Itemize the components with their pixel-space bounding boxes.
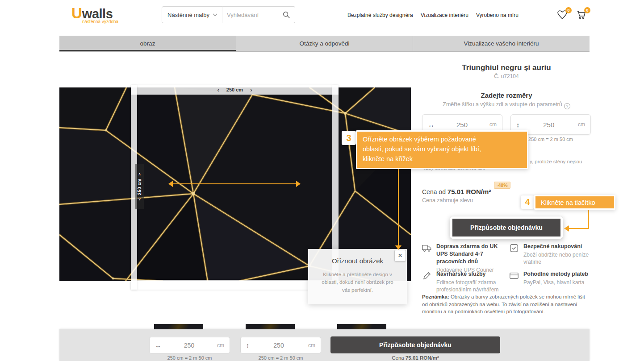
customize-order-button[interactable]: Přizpůsobte objednávku [450, 216, 563, 239]
crop-height-control[interactable]: ∧ 250 cm ∨ [135, 164, 144, 209]
crop-close-button[interactable]: × [394, 250, 406, 261]
pencil-icon [422, 271, 432, 281]
tab-questions-answers[interactable]: Otázky a odpovědi [236, 36, 413, 51]
bottom-price-line: Cena 75.01 RON/m² [330, 355, 500, 361]
crop-height-label: 250 cm [137, 178, 142, 195]
crop-tooltip-text: Klikněte a přetáhněte design v oblasti, … [308, 271, 407, 294]
crop-height-down-icon[interactable]: ∨ [138, 197, 141, 201]
bottom-price-value: 75.01 RON/m² [406, 355, 439, 361]
size-heading: Zadejte rozměry [422, 91, 591, 99]
nav-link-designer-services[interactable]: Bezplatné služby designéra [347, 12, 413, 18]
width-arrow-icon: ↔ [155, 342, 161, 349]
wishlist-count-badge: 0 [565, 7, 572, 13]
step-4-arrow-vline [588, 210, 589, 229]
feature-title: Bezpečné nakupování [523, 243, 590, 250]
bottom-height-field[interactable]: ↕ cm [240, 337, 321, 353]
cart-button[interactable]: 0 [576, 9, 587, 21]
related-thumbnail[interactable] [246, 324, 295, 329]
category-dropdown[interactable]: Nástěnné malby [162, 6, 222, 23]
chevron-down-icon [213, 13, 217, 17]
step-4-arrowhead [564, 225, 569, 232]
width-arrow-icon: ↔ [428, 121, 435, 129]
feature-free-shipping: Doprava zdarma do UK UPS Standard 4-7 pr… [422, 243, 504, 274]
brand-logo[interactable]: Uwalls nástěnná výzdoba [71, 5, 118, 24]
crop-width-control: ‹ 250 cm › [217, 87, 252, 93]
step-4-number: 4 [521, 195, 534, 209]
step-3-instruction: Ořízněte obrázek výběrem požadované obla… [356, 130, 528, 169]
feature-subtitle: Editace fotografií zdarma profesionálním… [436, 279, 508, 293]
tab-interior-visualization[interactable]: Vizualizace vašeho interiéru [413, 36, 590, 51]
page: Uwalls nástěnná výzdoba Nástěnné malby B… [0, 0, 644, 361]
product-sku: Č. u72104 [422, 73, 591, 79]
feature-payment-methods: Pohodlné metody plateb PayPal, Visa, hla… [509, 270, 597, 286]
feature-title: Pohodlné metody plateb [523, 270, 597, 278]
price-note: Cena zahrnuje slevu [422, 197, 473, 203]
crop-height-up-icon[interactable]: ∧ [138, 172, 141, 176]
height-input[interactable] [520, 121, 578, 129]
related-thumbnail[interactable] [337, 324, 386, 329]
crop-frame-bottom-handle[interactable] [131, 280, 339, 290]
check-shield-icon [509, 243, 519, 253]
height-unit: cm [578, 121, 585, 128]
width-unit: cm [217, 342, 224, 349]
wall-note-line1: y, protože stěny nejsou [530, 159, 582, 164]
tab-bar: obraz Otázky a odpovědi Vizualizace vaše… [59, 36, 590, 52]
crop-frame-top-handle[interactable]: ‹ 250 cm › [131, 85, 339, 95]
search-input[interactable] [227, 12, 282, 18]
truck-icon [422, 243, 432, 253]
bottom-width-field[interactable]: ↔ cm [149, 337, 230, 353]
wallet-icon [509, 271, 519, 281]
wishlist-button[interactable]: 0 [557, 9, 569, 21]
discount-badge: -40% [494, 182, 510, 189]
price-line: Cena od 75.01 RON/m² [422, 188, 491, 195]
step-3-arrowhead [395, 245, 401, 250]
category-dropdown-label: Nástěnné malby [167, 12, 209, 18]
step-4-arrow-hline [569, 228, 589, 229]
height-unit: cm [308, 342, 315, 349]
size-hint: Změřte šířku a výšku zdi a vstupte do pa… [422, 101, 591, 109]
tab-image[interactable]: obraz [59, 36, 236, 51]
feature-design-services: Návrhářské služby Editace fotografií zda… [422, 270, 508, 293]
help-icon[interactable]: ? [564, 103, 570, 109]
bottom-width-input[interactable] [161, 342, 217, 349]
step-4-instruction: Klikněte na tlačítko [534, 195, 615, 210]
brand-tagline: nástěnná výzdoba [82, 19, 118, 24]
sticky-order-bar: ↔ cm ↕ cm 250 cm = 2 m 50 cm 250 cm = 2 … [59, 329, 590, 361]
nav-link-made-to-measure[interactable]: Vyrobeno na míru [476, 12, 519, 18]
search-icon[interactable] [282, 11, 290, 19]
bottom-height-input[interactable] [249, 342, 308, 349]
crop-width-decrease-icon[interactable]: ‹ [217, 87, 219, 93]
main-nav: Bezplatné služby designéra Vizualizace i… [347, 12, 519, 18]
crop-tooltip: Oříznout obrázek Klikněte a přetáhněte d… [308, 249, 407, 304]
bottom-customize-order-button[interactable]: Přizpůsobte objednávku [330, 336, 500, 353]
width-measure-arrow [168, 181, 301, 187]
height-arrow-icon: ↕ [246, 342, 249, 349]
crop-width-label: 250 cm [226, 87, 243, 92]
width-input[interactable] [435, 121, 489, 129]
feature-title: Návrhářské služby [436, 270, 508, 278]
feature-subtitle: Zboží obdržíte nebo peníze vrátíme [523, 251, 590, 266]
brand-logo-u: U [71, 5, 82, 21]
crop-tooltip-title: Oříznout obrázek [308, 257, 407, 265]
feature-secure-shopping: Bezpečné nakupování Zboží obdržíte nebo … [509, 243, 590, 266]
step-3-number: 3 [342, 131, 356, 145]
crop-width-increase-icon[interactable]: › [250, 87, 252, 93]
price-value: 75.01 RON/m² [447, 188, 491, 195]
product-note: Poznámka: Obrázky a barvy zobrazených po… [422, 293, 591, 315]
width-unit: cm [489, 121, 497, 128]
product-title: Triunghiul negru și auriu [422, 63, 591, 72]
note-label: Poznámka: [422, 294, 449, 299]
search-box[interactable] [222, 6, 295, 23]
feature-subtitle: PayPal, Visa, hlavní karta [523, 279, 597, 286]
cart-count-badge: 0 [584, 7, 590, 13]
nav-link-interior-visualization[interactable]: Vizualizace interiéru [421, 12, 468, 18]
height-arrow-icon: ↕ [516, 121, 520, 129]
feature-title: Doprava zdarma do UK UPS Standard 4-7 pr… [436, 243, 504, 266]
bottom-width-conversion: 250 cm = 2 m 50 cm [149, 355, 230, 361]
close-icon: × [398, 251, 402, 260]
bottom-height-conversion: 250 cm = 2 m 50 cm [240, 355, 321, 361]
related-thumbnail[interactable] [154, 324, 203, 329]
step-3-arrow-line [398, 167, 399, 245]
measure-arrowhead-right [296, 181, 301, 187]
